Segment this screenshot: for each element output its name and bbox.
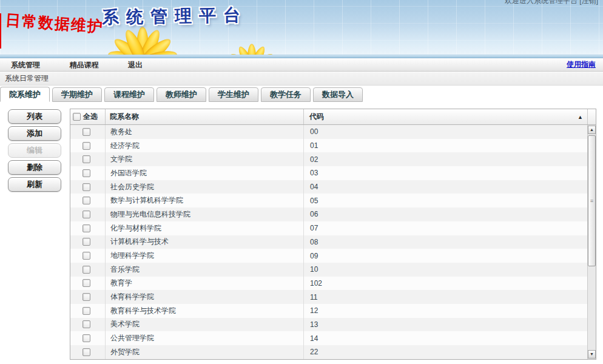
department-name-cell: 教育科学与技术学院 <box>106 304 304 318</box>
row-select-cell <box>70 139 106 153</box>
column-header-department-name[interactable]: 院系名称 <box>106 109 304 124</box>
table-row[interactable]: 美术学院 13 <box>70 318 587 332</box>
toolbar-button[interactable]: 删除 <box>8 160 61 175</box>
table-row[interactable]: 教育科学与技术学院 12 <box>70 304 587 318</box>
scroll-down-button[interactable]: ▼ <box>588 350 596 359</box>
row-checkbox[interactable] <box>83 142 90 150</box>
row-checkbox[interactable] <box>83 348 90 356</box>
department-code-cell: 03 <box>304 166 587 180</box>
row-checkbox[interactable] <box>83 266 90 274</box>
table-row[interactable]: 教育学 102 <box>70 277 587 291</box>
row-select-cell <box>70 207 106 221</box>
department-name-cell: 计算机科学与技术 <box>106 235 304 249</box>
department-name-cell: 公共管理学院 <box>106 331 304 345</box>
department-code-cell: 12 <box>304 304 587 318</box>
row-checkbox[interactable] <box>83 128 90 136</box>
department-name-cell: 教育学 <box>106 277 304 291</box>
row-checkbox[interactable] <box>83 224 90 232</box>
row-checkbox[interactable] <box>83 293 90 301</box>
department-name-cell: 地理科学学院 <box>106 249 304 263</box>
department-name-cell: 体育科学学院 <box>106 290 304 304</box>
department-code-cell: 00 <box>304 125 587 139</box>
tab-学生维护[interactable]: 学生维护 <box>209 87 258 102</box>
sort-ascending-icon: ▲ <box>578 114 583 120</box>
column-header-label: 院系名称 <box>110 112 139 122</box>
row-checkbox[interactable] <box>83 320 90 328</box>
row-select-cell <box>70 180 106 194</box>
toolbar-button[interactable]: 添加 <box>8 126 61 141</box>
department-code-cell: 22 <box>304 345 587 359</box>
column-header-code[interactable]: 代码 ▲ <box>304 109 588 124</box>
tab-教师维护[interactable]: 教师维护 <box>157 87 206 102</box>
row-select-cell <box>70 235 106 249</box>
row-checkbox[interactable] <box>83 155 90 163</box>
table-row[interactable]: 外国语学院 03 <box>70 166 587 180</box>
table-row[interactable]: 社会历史学院 04 <box>70 180 587 194</box>
menu-item[interactable]: 退出 <box>128 61 143 69</box>
scroll-up-button[interactable]: ▲ <box>588 126 596 134</box>
row-select-cell <box>70 331 106 345</box>
table-row[interactable]: 文学院 02 <box>70 152 587 166</box>
department-name-cell: 音乐学院 <box>106 263 304 277</box>
breadcrumb-label: 系统日常管理 <box>5 73 49 84</box>
row-checkbox[interactable] <box>83 279 90 287</box>
table-row[interactable]: 数学与计算机科学学院 05 <box>70 194 587 207</box>
department-name-cell: 外贸学院 <box>106 345 304 359</box>
row-checkbox[interactable] <box>83 307 90 315</box>
table-row[interactable]: 物理与光电信息科技学院 06 <box>70 207 587 221</box>
row-select-cell <box>70 263 106 277</box>
table-row[interactable]: 经济学院 01 <box>70 139 587 153</box>
scrollbar-thumb[interactable]: ≡ <box>588 135 596 266</box>
row-select-cell <box>70 194 106 207</box>
row-select-cell <box>70 221 106 235</box>
vertical-scrollbar[interactable]: ▲ ≡ ▼ <box>587 125 596 359</box>
table-row[interactable]: 外贸学院 22 <box>70 345 587 359</box>
row-checkbox[interactable] <box>83 334 90 342</box>
department-code-cell: 14 <box>304 331 587 345</box>
table-row[interactable]: 计算机科学与技术 08 <box>70 235 587 249</box>
table-row[interactable]: 化学与材料学院 07 <box>70 221 587 235</box>
department-code-cell: 02 <box>304 152 587 166</box>
row-checkbox[interactable] <box>83 169 90 177</box>
department-name-cell: 物理与光电信息科技学院 <box>106 207 304 221</box>
department-name-cell: 外国语学院 <box>106 166 304 180</box>
page-title: 系统管理平台 <box>102 4 248 29</box>
department-code-cell: 11 <box>304 290 587 304</box>
banner-bottom-strip <box>0 55 603 58</box>
row-select-cell <box>70 249 106 263</box>
department-code-cell: 10 <box>304 263 587 277</box>
department-code-cell: 09 <box>304 249 587 263</box>
table-row[interactable]: 地理科学学院 09 <box>70 249 587 263</box>
department-code-cell: 07 <box>304 221 587 235</box>
row-checkbox[interactable] <box>83 211 90 218</box>
table-header-row: 全选 院系名称 代码 ▲ <box>70 109 596 125</box>
department-code-cell: 13 <box>304 318 587 332</box>
column-header-label: 代码 <box>309 112 324 122</box>
toolbar-button[interactable]: 列表 <box>8 109 61 124</box>
toolbar-button[interactable]: 刷新 <box>8 177 61 192</box>
table-row[interactable]: 教务处 00 <box>70 125 587 139</box>
header-scroll-corner <box>588 109 596 124</box>
department-name-cell: 化学与材料学院 <box>106 221 304 235</box>
row-checkbox[interactable] <box>83 238 90 246</box>
select-all-label: 全选 <box>83 112 98 122</box>
row-checkbox[interactable] <box>83 183 90 191</box>
user-guide-link[interactable]: 使用指南 <box>567 59 596 70</box>
table-row[interactable]: 音乐学院 10 <box>70 263 587 277</box>
select-all-checkbox[interactable] <box>73 113 81 121</box>
tab-学期维护[interactable]: 学期维护 <box>52 87 102 102</box>
row-checkbox[interactable] <box>83 197 90 204</box>
table-row[interactable]: 公共管理学院 14 <box>70 331 587 345</box>
menu-bar: 系统管理 精品课程 退出 使用指南 <box>0 58 603 72</box>
tab-课程维护[interactable]: 课程维护 <box>104 87 154 102</box>
menu-item[interactable]: 精品课程 <box>69 61 98 69</box>
tab-院系维护[interactable]: 院系维护 <box>0 87 50 102</box>
row-checkbox[interactable] <box>83 252 90 260</box>
tab-教学任务[interactable]: 教学任务 <box>261 87 311 102</box>
menu-item[interactable]: 系统管理 <box>11 61 40 69</box>
table-row[interactable]: 体育科学学院 11 <box>70 290 587 304</box>
row-select-cell <box>70 152 106 166</box>
toolbar-button: 编辑 <box>8 143 61 158</box>
department-name-cell: 社会历史学院 <box>106 180 304 194</box>
tab-数据导入[interactable]: 数据导入 <box>313 87 363 102</box>
